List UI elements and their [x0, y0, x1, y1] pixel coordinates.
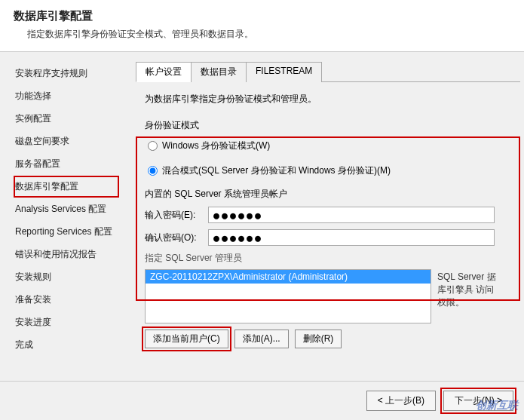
- main-panel: 帐户设置 数据目录 FILESTREAM 为数据库引擎指定身份验证模式和管理员。…: [127, 52, 524, 388]
- admins-side-text: SQL Server 据库引擎具 访问权限。: [437, 269, 498, 323]
- confirm-row: 确认密码(O):: [145, 229, 524, 246]
- sidebar-item-install-progress[interactable]: 安装进度: [14, 311, 119, 333]
- body: 安装程序支持规则 功能选择 实例配置 磁盘空间要求 服务器配置 数据库引擎配置 …: [0, 52, 524, 388]
- tab-filestream[interactable]: FILESTREAM: [246, 62, 322, 82]
- back-button[interactable]: < 上一步(B): [366, 391, 436, 411]
- builtin-label: 内置的 SQL Server 系统管理员帐户: [145, 188, 524, 201]
- next-button[interactable]: 下一步(N) >: [443, 391, 513, 411]
- sidebar-item-error-reports[interactable]: 错误和使用情况报告: [14, 244, 119, 265]
- password-row: 输入密码(E):: [145, 207, 524, 223]
- tab-content: 为数据库引擎指定身份验证模式和管理员。 身份验证模式 Windows 身份验证模…: [127, 82, 524, 348]
- sidebar-item-setup-rules[interactable]: 安装程序支持规则: [14, 63, 119, 84]
- sidebar-item-server-config[interactable]: 服务器配置: [14, 153, 119, 175]
- tab-data-dir[interactable]: 数据目录: [191, 62, 247, 82]
- sidebar: 安装程序支持规则 功能选择 实例配置 磁盘空间要求 服务器配置 数据库引擎配置 …: [0, 52, 127, 388]
- password-label: 输入密码(E):: [145, 209, 208, 222]
- sidebar-item-instance-config[interactable]: 实例配置: [14, 108, 119, 130]
- intro-text: 为数据库引擎指定身份验证模式和管理员。: [145, 93, 524, 106]
- tab-account[interactable]: 帐户设置: [136, 62, 192, 82]
- sidebar-item-ready-install[interactable]: 准备安装: [14, 289, 119, 311]
- tabs: 帐户设置 数据目录 FILESTREAM: [136, 61, 520, 82]
- radio-mixed-label: 混合模式(SQL Server 身份验证和 Windows 身份验证)(M): [162, 164, 391, 177]
- radio-windows-input[interactable]: [148, 141, 158, 151]
- remove-button[interactable]: 删除(R): [295, 330, 342, 348]
- sidebar-item-complete[interactable]: 完成: [14, 334, 119, 356]
- radio-windows-auth[interactable]: Windows 身份验证模式(W): [145, 139, 524, 152]
- radio-mixed-auth[interactable]: 混合模式(SQL Server 身份验证和 Windows 身份验证)(M): [145, 164, 524, 177]
- page-subtitle: 指定数据库引擎身份验证安全模式、管理员和数据目录。: [14, 28, 510, 41]
- sidebar-item-reporting-services[interactable]: Reporting Services 配置: [14, 221, 119, 243]
- confirm-input[interactable]: [208, 229, 495, 246]
- add-current-user-button[interactable]: 添加当前用户(C): [145, 330, 228, 348]
- sidebar-item-install-rules[interactable]: 安装规则: [14, 266, 119, 288]
- radio-mixed-input[interactable]: [148, 166, 158, 176]
- password-input[interactable]: [208, 207, 495, 223]
- sidebar-item-analysis-services[interactable]: Analysis Services 配置: [14, 198, 119, 220]
- auth-mode-label: 身份验证模式: [145, 119, 524, 132]
- list-item[interactable]: ZGC-20110212ZPX\Administrator (Administr…: [146, 270, 431, 284]
- radio-windows-label: Windows 身份验证模式(W): [162, 139, 270, 152]
- page-title: 数据库引擎配置: [14, 9, 510, 23]
- sidebar-item-db-engine-config[interactable]: 数据库引擎配置: [14, 176, 119, 198]
- admin-buttons: 添加当前用户(C) 添加(A)... 删除(R): [145, 330, 524, 348]
- add-button[interactable]: 添加(A)...: [234, 330, 289, 348]
- sidebar-item-feature-select[interactable]: 功能选择: [14, 85, 119, 107]
- header: 数据库引擎配置 指定数据库引擎身份验证安全模式、管理员和数据目录。: [0, 0, 524, 52]
- confirm-label: 确认密码(O):: [145, 231, 208, 244]
- footer: < 上一步(B) 下一步(N) >: [0, 381, 524, 420]
- admins-label: 指定 SQL Server 管理员: [145, 252, 524, 265]
- sidebar-item-disk-space[interactable]: 磁盘空间要求: [14, 130, 119, 152]
- admins-wrap: ZGC-20110212ZPX\Administrator (Administr…: [145, 269, 524, 323]
- admins-listbox[interactable]: ZGC-20110212ZPX\Administrator (Administr…: [145, 269, 431, 323]
